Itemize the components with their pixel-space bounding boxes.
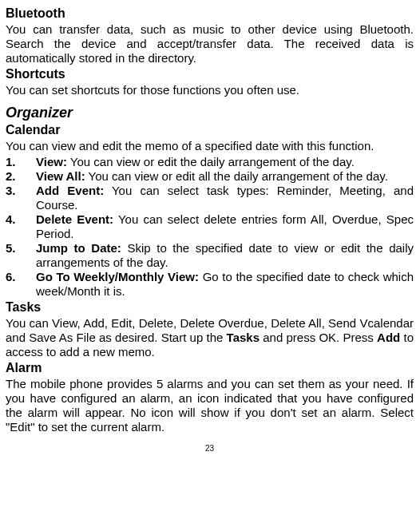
calendar-item: 2. View All: You can view or edit all th… [6, 169, 414, 184]
document-page: Bluetooth You can transfer data, such as… [0, 0, 420, 453]
list-title: Jump to Date: [36, 241, 121, 255]
bluetooth-body: You can transfer data, such as music to … [6, 22, 414, 65]
list-number: 1. [6, 155, 36, 169]
list-number: 4. [6, 212, 36, 241]
list-content: Jump to Date: Skip to the specified date… [36, 241, 414, 270]
list-title: Delete Event: [36, 212, 113, 226]
list-number: 2. [6, 169, 36, 184]
list-number: 6. [6, 270, 36, 299]
list-desc: You can view or edit all the daily arran… [85, 169, 388, 183]
tasks-bold: Add [377, 331, 400, 344]
calendar-item: 3. Add Event: You can select task types:… [6, 184, 414, 212]
alarm-heading: Alarm [6, 361, 414, 375]
shortcuts-heading: Shortcuts [6, 67, 414, 81]
tasks-bold: Tasks [227, 331, 260, 344]
list-content: Add Event: You can select task types: Re… [36, 184, 414, 212]
list-title: View All: [36, 169, 85, 183]
page-number: 23 [6, 444, 414, 453]
list-content: Go To Weekly/Monthly View: Go to the spe… [36, 270, 414, 299]
list-content: Delete Event: You can select delete entr… [36, 212, 414, 241]
list-content: View: You can view or edit the daily arr… [36, 155, 414, 169]
list-title: Go To Weekly/Monthly View: [36, 270, 199, 283]
tasks-body: You can View, Add, Edit, Delete, Delete … [6, 316, 414, 359]
calendar-heading: Calendar [6, 123, 414, 137]
calendar-item: 5. Jump to Date: Skip to the specified d… [6, 241, 414, 270]
list-title: Add Event: [36, 184, 104, 197]
shortcuts-body: You can set shortcuts for those function… [6, 83, 414, 97]
list-desc: You can view or edit the daily arrangeme… [67, 155, 355, 168]
calendar-item: 6. Go To Weekly/Monthly View: Go to the … [6, 270, 414, 299]
calendar-item: 1. View: You can view or edit the daily … [6, 155, 414, 169]
list-content: View All: You can view or edit all the d… [36, 169, 414, 184]
calendar-intro: You can view and edit the memo of a spec… [6, 139, 414, 153]
list-number: 3. [6, 184, 36, 212]
alarm-body: The mobile phone provides 5 alarms and y… [6, 377, 414, 434]
tasks-heading: Tasks [6, 300, 414, 315]
bluetooth-heading: Bluetooth [6, 6, 414, 21]
list-title: View: [36, 155, 67, 168]
list-number: 5. [6, 241, 36, 270]
tasks-text: and press OK. Press [260, 331, 377, 344]
organizer-heading: Organizer [6, 105, 414, 121]
calendar-item: 4. Delete Event: You can select delete e… [6, 212, 414, 241]
